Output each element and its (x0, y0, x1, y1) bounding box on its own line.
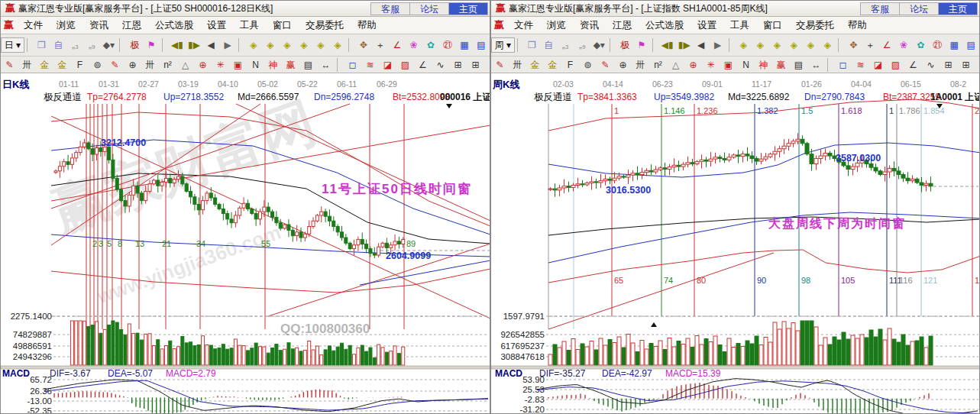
crosshair-icon[interactable]: ＋ (862, 37, 878, 53)
diamond-left-icon[interactable]: ◈ (735, 37, 752, 53)
notebook-icon[interactable]: ▤ (473, 37, 490, 53)
compass-icon[interactable]: ⊕ (614, 57, 632, 73)
time-ruler-icon[interactable]: 卅 (632, 57, 649, 73)
wave-icon[interactable]: ∿ (922, 57, 940, 73)
angle-ruler-icon[interactable]: △ (667, 57, 684, 73)
last-bar-icon[interactable]: ▮▶ (186, 37, 202, 53)
bars-3-icon[interactable]: „₃ (66, 37, 83, 53)
prev-bar-icon[interactable]: ◀ (693, 37, 710, 53)
menu-item-7[interactable]: 窗口 (756, 19, 789, 32)
menu-item-0[interactable]: 文件 (17, 19, 50, 32)
gann-pen-icon[interactable]: ✎ (1, 57, 18, 73)
gann-pen-icon[interactable]: ✎ (491, 57, 509, 73)
ying-tool-icon[interactable]: 赢 (772, 57, 790, 73)
grid-a-icon[interactable]: ⊞ (940, 57, 957, 73)
diamond-vexpand-icon[interactable]: ◈ (312, 37, 329, 53)
spiral-icon[interactable]: ⊚ (89, 57, 106, 73)
notebook-icon[interactable]: ▤ (962, 37, 979, 53)
width-measure-icon[interactable]: ↔ (807, 57, 825, 73)
menu-item-8[interactable]: 交易委托 (789, 19, 841, 32)
diamond-hexpand-icon[interactable]: ◈ (768, 37, 785, 53)
titlebar-button-home[interactable]: 主页 (938, 2, 978, 15)
diamond-vexpand-icon[interactable]: ◈ (802, 37, 819, 53)
shade-box-icon[interactable]: ◪ (869, 57, 887, 73)
jifan-channel-icon[interactable]: 极 (126, 37, 143, 53)
period-selector[interactable]: 日 ▾ (1, 37, 24, 53)
flower-icon[interactable]: ❀ (406, 37, 422, 53)
titlebar-button-home[interactable]: 主页 (448, 2, 488, 15)
menu-item-4[interactable]: 公式选股 (148, 19, 200, 32)
shen-tool-icon[interactable]: 神 (264, 57, 282, 73)
spiral-icon[interactable]: ⊚ (579, 57, 597, 73)
grid-b-icon[interactable]: ⊞ (957, 57, 975, 73)
notes-icon[interactable]: 自 (50, 37, 66, 53)
fan-lines-icon[interactable]: ≋ (361, 57, 379, 73)
notes-icon[interactable]: 自 (540, 37, 557, 53)
n-square-icon[interactable]: n² (159, 57, 176, 73)
time-ruler-icon[interactable]: 卅 (141, 57, 159, 73)
n-wave-icon[interactable]: Ν (737, 57, 755, 73)
menu-item-7[interactable]: 窗口 (266, 19, 299, 32)
diamond-right-icon[interactable]: ◈ (262, 37, 279, 53)
hand-icon[interactable]: ✥ (845, 37, 862, 53)
gold-ratio-icon[interactable]: 金 (526, 57, 544, 73)
first-bar-icon[interactable]: ◀▮ (169, 37, 186, 53)
diamond-all-icon[interactable]: ◈ (819, 37, 836, 53)
menu-item-6[interactable]: 工具 (723, 19, 756, 32)
period-selector[interactable]: 周 ▾ (491, 37, 515, 53)
menu-item-2[interactable]: 资讯 (573, 19, 606, 32)
candle-style-icon[interactable]: ◆▾ (590, 37, 607, 53)
ying-tool-icon[interactable]: 赢 (282, 57, 299, 73)
bars-9-icon[interactable]: „₉ (574, 37, 590, 53)
grid-ruler-icon[interactable]: 卅 (509, 57, 526, 73)
first-bar-icon[interactable]: ◀▮ (659, 37, 676, 53)
menu-item-1[interactable]: 浏览 (540, 19, 573, 32)
symbol-dropdown-icon[interactable] (446, 104, 452, 108)
calendar-icon[interactable]: ㉑ (929, 37, 946, 53)
fibo-f-icon[interactable]: F (71, 57, 89, 73)
menu-item-1[interactable]: 浏览 (50, 19, 82, 32)
star-burst-icon[interactable]: ✳ (702, 57, 720, 73)
menu-item-0[interactable]: 文件 (507, 19, 540, 32)
menu-item-5[interactable]: 设置 (691, 19, 723, 32)
menu-item-9[interactable]: 帮助 (351, 19, 383, 32)
calendar-icon[interactable]: ㉑ (439, 37, 456, 53)
wave-icon[interactable]: ∿ (432, 57, 449, 73)
hatch-box-icon[interactable]: ▨ (396, 57, 414, 73)
menu-item-8[interactable]: 交易委托 (299, 19, 351, 32)
blue-box-icon[interactable]: ◻ (834, 57, 852, 73)
brain-icon[interactable]: ✿ (422, 37, 439, 53)
brain-icon[interactable]: ✿ (912, 37, 929, 53)
fibo-f-icon[interactable]: F (561, 57, 579, 73)
next-bar-icon[interactable]: ▶ (710, 37, 726, 53)
last-bar-icon[interactable]: ▮▶ (676, 37, 693, 53)
candle-style-icon[interactable]: ◆▾ (100, 37, 117, 53)
ruler-123-icon[interactable]: ▤ (299, 57, 317, 73)
diamond-all-icon[interactable]: ◈ (329, 37, 346, 53)
ruler-123-icon[interactable]: ▤ (790, 57, 807, 73)
n-wave-icon[interactable]: Ν (247, 57, 264, 73)
menu-item-6[interactable]: 工具 (233, 19, 266, 32)
hatch-box-icon[interactable]: ▨ (887, 57, 904, 73)
fan-lines-icon[interactable]: ≋ (852, 57, 869, 73)
zoom-region-icon[interactable]: ❐ (33, 37, 50, 53)
diamond-right-icon[interactable]: ◈ (752, 37, 768, 53)
color-flag-icon[interactable]: ⚑ (633, 37, 650, 53)
red-pen-icon[interactable]: ✎ (106, 57, 124, 73)
angle-measure-icon[interactable]: ∠ (878, 37, 895, 53)
grid-b-icon[interactable]: ⊞ (467, 57, 484, 73)
zoom-region-icon[interactable]: ❐ (523, 37, 540, 53)
gold-section-icon[interactable]: 金 (544, 57, 561, 73)
pencil-angle-icon[interactable]: ∠ (904, 57, 922, 73)
calculator-icon[interactable]: ▦ (946, 37, 962, 53)
n-square-icon[interactable]: n² (649, 57, 667, 73)
target-icon[interactable]: ⊕ (194, 57, 212, 73)
box-grid-icon[interactable]: ▣ (229, 57, 247, 73)
menu-item-4[interactable]: 公式选股 (639, 19, 691, 32)
gold-ratio-icon[interactable]: 金 (36, 57, 53, 73)
angle-ruler-icon[interactable]: △ (176, 57, 194, 73)
grid-a-icon[interactable]: ⊞ (449, 57, 467, 73)
diamond-hshrink-icon[interactable]: ◈ (296, 37, 312, 53)
hand-icon[interactable]: ✥ (355, 37, 372, 53)
prev-bar-icon[interactable]: ◀ (202, 37, 219, 53)
